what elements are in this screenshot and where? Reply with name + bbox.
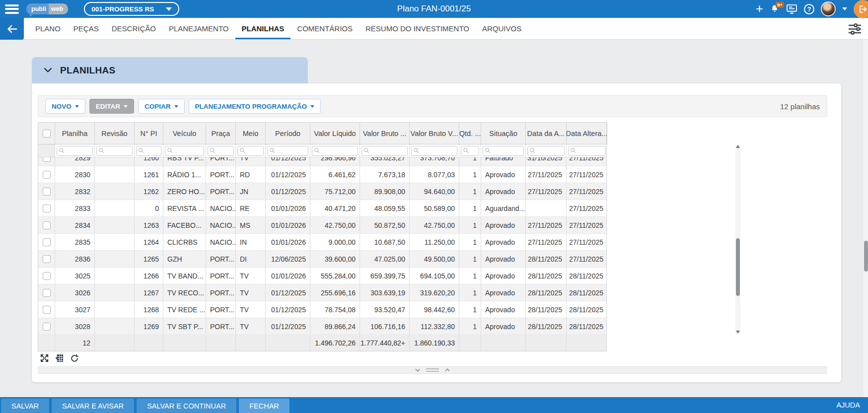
tab-planejamento[interactable]: PLANEJAMENTO [162, 18, 235, 39]
filter-input-revisao[interactable] [106, 147, 132, 154]
table-row[interactable]: 28291260RBS TV P...PORT...TV01/12/202529… [38, 157, 606, 166]
table-row[interactable]: 28361265GZHPORT...DI12/06/202539.600,004… [38, 251, 606, 268]
tab-plano[interactable]: PLANO [29, 18, 67, 39]
filter-input-valor-bruto-v[interactable] [421, 147, 457, 154]
table-cell: 40.471,20 [310, 200, 360, 216]
add-icon[interactable]: + [756, 2, 763, 15]
filter-sliders-icon[interactable] [848, 23, 862, 37]
column-header-data-altera[interactable]: Data Altera... [567, 123, 607, 144]
topbar-actions: + 9+ ? [756, 0, 868, 18]
help-link[interactable]: AJUDA [836, 401, 860, 409]
logout-icon[interactable] [854, 0, 868, 18]
copiar-button[interactable]: COPIAR [138, 99, 185, 114]
table-cell: CLICRBS [163, 234, 206, 250]
row-checkbox[interactable] [43, 171, 51, 179]
row-checkbox[interactable] [43, 238, 51, 246]
column-header-praca[interactable]: Praça [206, 123, 236, 144]
row-checkbox[interactable] [43, 221, 51, 229]
scroll-up-arrow-icon[interactable] [736, 145, 740, 148]
fechar-button[interactable]: FECHAR [239, 399, 289, 413]
select-all-checkbox[interactable] [43, 130, 51, 138]
filter-input-veiculo[interactable] [174, 147, 204, 154]
row-checkbox[interactable] [43, 188, 51, 196]
user-avatar[interactable] [821, 1, 836, 16]
column-header-valor-bruto[interactable]: Valor Bruto ... [360, 123, 410, 144]
section-header-planilhas[interactable]: PLANILHAS [32, 57, 308, 83]
user-menu-caret-icon[interactable] [842, 7, 847, 10]
collapse-chevron-icon[interactable] [44, 68, 52, 73]
filter-input-data-da-a[interactable] [537, 147, 564, 154]
table-cell: 2833 [55, 200, 95, 216]
salvar-button[interactable]: SALVAR [1, 399, 49, 413]
scroll-down-arrow-icon[interactable] [736, 331, 740, 334]
planejamento-programacao-button[interactable]: PLANEJAMENTO PROGRAMAÇÃO [189, 99, 321, 114]
table-row[interactable]: 30251266TV BAND...PORT...TV01/01/2026555… [38, 268, 606, 284]
table-vertical-scrollbar[interactable] [735, 144, 740, 335]
tab-pecas[interactable]: PEÇAS [67, 18, 105, 39]
filter-input-valor-liquido[interactable] [321, 147, 358, 154]
filter-input-situacao[interactable] [492, 147, 523, 154]
filter-input-periodo[interactable] [277, 147, 308, 154]
filter-input-qtd[interactable] [470, 147, 479, 154]
back-button[interactable] [0, 18, 24, 40]
help-icon[interactable]: ? [804, 4, 814, 14]
table-row[interactable]: 30261267TV RECO...PORT...TV01/12/2025255… [38, 284, 606, 301]
table-row[interactable]: 28330REVISTA ...NACIO...RE01/01/202640.4… [38, 200, 606, 217]
column-header-n-pi[interactable]: N° PI [135, 123, 163, 144]
column-header-valor-bruto-v[interactable]: Valor Bruto V... [410, 123, 459, 144]
column-header-veiculo[interactable]: Veículo [163, 123, 206, 144]
menu-icon[interactable] [5, 4, 19, 14]
table-scrollbar-thumb[interactable] [736, 238, 740, 296]
filter-input-n-pi[interactable] [145, 147, 161, 154]
tab-arquivos[interactable]: ARQUIVOS [476, 18, 528, 39]
column-header-revisao[interactable]: Revisão [95, 123, 135, 144]
column-header-situacao[interactable]: Situação [481, 123, 526, 144]
filter-input-data-altera[interactable] [578, 147, 605, 154]
row-checkbox[interactable] [43, 289, 51, 297]
tab-descricao[interactable]: DESCRIÇÃO [105, 18, 162, 39]
notifications-bell-icon[interactable]: 9+ [770, 4, 780, 14]
filter-input-planilha[interactable] [66, 147, 92, 154]
salvar-e-continuar-button[interactable]: SALVAR E CONTINUAR [137, 399, 236, 413]
table-row[interactable]: 30271268TV REDE ...PORT...TV01/12/202578… [38, 301, 606, 318]
table-cell: 01/12/2025 [266, 301, 310, 318]
column-header-qtd[interactable]: Qtd. ... [459, 123, 481, 144]
table-row[interactable]: 28351264CLICRBSNACIO...IN01/01/20269.000… [38, 234, 606, 251]
salvar-e-avisar-button[interactable]: SALVAR E AVISAR [52, 399, 134, 413]
expand-table-button[interactable] [39, 352, 50, 364]
row-checkbox[interactable] [43, 272, 51, 280]
tab-resumo-do-investimento[interactable]: RESUMO DO INVESTIMENTO [359, 18, 476, 39]
row-checkbox[interactable] [43, 323, 51, 331]
totals-cell [163, 335, 206, 351]
column-header-planilha[interactable]: Planilha [55, 123, 95, 144]
novo-button[interactable]: NOVO [45, 99, 85, 114]
table-row[interactable]: 28301261RÁDIO 1...PORT...RD01/12/20256.4… [38, 166, 606, 183]
table-row[interactable]: 28341263FACEBO...NACIO...MS01/01/202642.… [38, 217, 606, 234]
client-selector[interactable]: 001-PROGRESS RS [84, 2, 179, 16]
page-scrollbar-thumb[interactable] [864, 241, 868, 272]
column-header-valor-liquido[interactable]: Valor Líquido [310, 123, 360, 144]
page-vertical-scrollbar[interactable] [863, 40, 868, 397]
filter-input-valor-bruto[interactable] [371, 147, 407, 154]
table-row[interactable]: 28321262ZERO HO...PORT...JN01/12/202575.… [38, 183, 606, 200]
collapse-grid-icon[interactable] [415, 367, 420, 372]
column-header-meio[interactable]: Meio [236, 123, 266, 144]
tab-planilhas[interactable]: PLANILHAS [235, 18, 291, 39]
export-excel-button[interactable] [54, 352, 65, 364]
row-checkbox[interactable] [43, 306, 51, 314]
row-checkbox[interactable] [43, 205, 51, 212]
partially-scrolled-row[interactable]: 28291260RBS TV P...PORT...TV01/12/202529… [38, 157, 606, 166]
editar-button[interactable]: EDITAR [89, 99, 134, 114]
screen-share-icon[interactable] [786, 4, 797, 14]
filter-input-praca[interactable] [217, 147, 233, 154]
column-header-data-da-a[interactable]: Data da A... [526, 123, 567, 144]
row-checkbox[interactable] [43, 157, 51, 162]
expand-grid-icon[interactable] [445, 368, 450, 373]
row-checkbox[interactable] [43, 255, 51, 263]
column-header-periodo[interactable]: Período [266, 123, 310, 144]
refresh-table-button[interactable] [69, 352, 80, 364]
table-row[interactable]: 30281269TV SBT P...PORT...TV01/12/202589… [38, 318, 606, 335]
filter-input-meio[interactable] [247, 147, 263, 154]
resize-grip[interactable] [426, 368, 439, 372]
tab-comentarios[interactable]: COMENTÁRIOS [290, 18, 359, 39]
